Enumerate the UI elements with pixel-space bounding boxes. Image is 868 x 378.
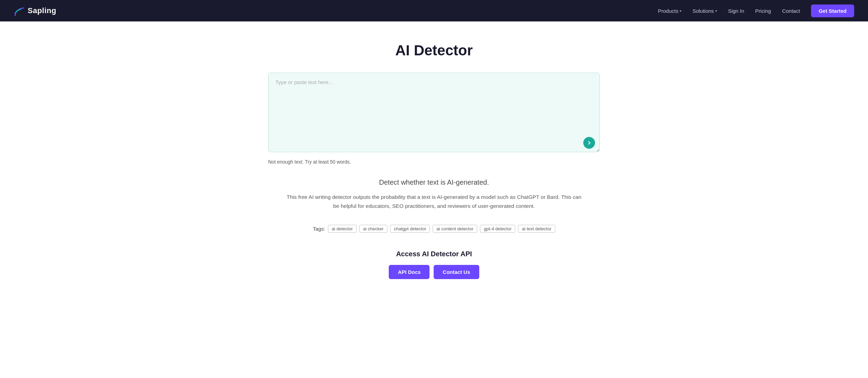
nav-item-solutions[interactable]: Solutions ▾	[692, 8, 717, 14]
tag-ai-detector[interactable]: ai detector	[328, 225, 357, 233]
nav-item-cta[interactable]: Get Started	[811, 4, 854, 17]
tags-row: Tags: ai detector ai checker chatgpt det…	[268, 225, 600, 233]
nav-link-pricing[interactable]: Pricing	[755, 8, 771, 14]
detect-button[interactable]	[583, 137, 595, 149]
contact-us-button[interactable]: Contact Us	[434, 265, 479, 279]
warning-text: Not enough text. Try at least 50 words.	[268, 159, 600, 165]
chevron-down-icon: ▾	[715, 9, 717, 13]
api-docs-button[interactable]: API Docs	[389, 265, 430, 279]
nav-link-solutions[interactable]: Solutions ▾	[692, 8, 717, 14]
arrow-right-icon	[586, 140, 592, 146]
description-body: This free AI writing detector outputs th…	[285, 193, 583, 211]
brand-logo-area[interactable]: Sapling	[14, 5, 56, 16]
nav-item-contact[interactable]: Contact	[782, 8, 800, 14]
page-title: AI Detector	[268, 42, 600, 59]
nav-links: Products ▾ Solutions ▾ Sign In Pricing C…	[658, 4, 854, 17]
description-subtitle: Detect whether text is AI-generated.	[268, 178, 600, 186]
main-content: AI Detector Not enough text. Try at leas…	[261, 21, 607, 307]
navbar: Sapling Products ▾ Solutions ▾ Sign In P…	[0, 0, 868, 21]
nav-item-pricing[interactable]: Pricing	[755, 8, 771, 14]
nav-link-products[interactable]: Products ▾	[658, 8, 681, 14]
nav-link-signin[interactable]: Sign In	[728, 8, 744, 14]
chevron-down-icon: ▾	[680, 9, 681, 13]
api-section-title: Access AI Detector API	[268, 250, 600, 258]
nav-link-contact[interactable]: Contact	[782, 8, 800, 14]
brand-name: Sapling	[28, 6, 56, 15]
tag-gpt4-detector[interactable]: gpt-4 detector	[480, 225, 515, 233]
sapling-logo-icon	[14, 5, 25, 16]
detector-textarea[interactable]	[268, 73, 600, 152]
tag-ai-checker[interactable]: ai checker	[359, 225, 387, 233]
tag-ai-text-detector[interactable]: ai text detector	[518, 225, 555, 233]
api-buttons-row: API Docs Contact Us	[268, 265, 600, 279]
detector-input-wrapper	[268, 73, 600, 154]
nav-item-signin[interactable]: Sign In	[728, 8, 744, 14]
tag-ai-content-detector[interactable]: ai content detector	[433, 225, 477, 233]
description-section: Detect whether text is AI-generated. Thi…	[268, 178, 600, 211]
svg-point-0	[586, 140, 592, 146]
tag-chatgpt-detector[interactable]: chatgpt detector	[390, 225, 430, 233]
nav-item-products[interactable]: Products ▾	[658, 8, 681, 14]
get-started-button[interactable]: Get Started	[811, 4, 854, 17]
tags-label: Tags:	[313, 226, 325, 232]
api-section: Access AI Detector API API Docs Contact …	[268, 250, 600, 279]
